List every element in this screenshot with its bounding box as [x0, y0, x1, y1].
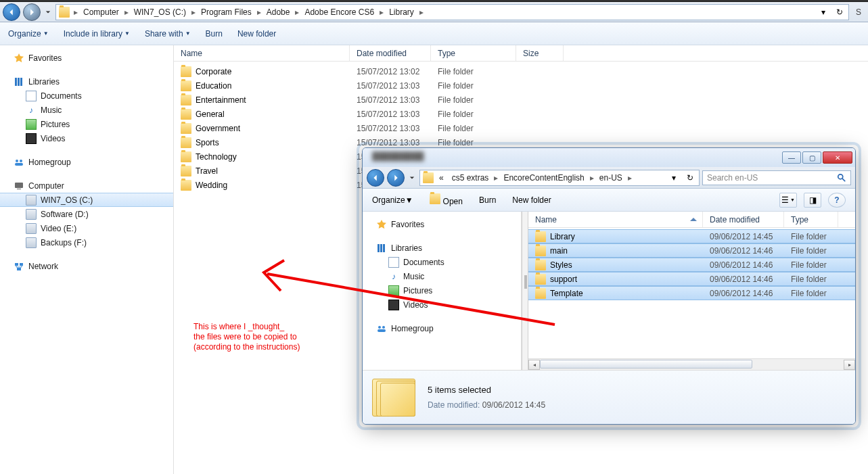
file-row[interactable]: Education15/07/2012 13:03File folder — [174, 78, 868, 93]
include-in-library-button[interactable]: Include in library▼ — [64, 29, 130, 39]
breadcrumb-seg[interactable]: Library — [385, 5, 418, 20]
file-name: Entertainment — [196, 95, 246, 105]
column-size[interactable]: Size — [516, 45, 564, 61]
file-row[interactable]: General15/07/2012 13:03File folder — [174, 107, 868, 121]
refresh-button[interactable]: ↻ — [832, 5, 847, 19]
file-row[interactable]: Template09/06/2012 14:46File folder — [528, 286, 855, 300]
breadcrumb-seg[interactable]: Computer — [79, 5, 123, 20]
scroll-left-button[interactable]: ◂ — [528, 360, 540, 370]
breadcrumb-seg[interactable]: EncoreContentEnglish — [499, 170, 588, 185]
file-list[interactable]: Library09/06/2012 14:45File foldermain09… — [528, 228, 855, 358]
nav-drive-c[interactable]: WIN7_OS (C:) — [0, 193, 173, 207]
file-type: File folder — [784, 232, 838, 241]
nav-music[interactable]: ♪Music — [0, 103, 173, 117]
nav-music[interactable]: ♪Music — [363, 269, 521, 283]
breadcrumb-dropdown[interactable]: ▾ — [816, 5, 831, 19]
file-row[interactable]: Library09/06/2012 14:45File folder — [528, 229, 855, 243]
history-dropdown[interactable] — [43, 3, 53, 21]
view-options-button[interactable]: ☰▼ — [779, 193, 797, 208]
help-button[interactable]: ? — [828, 193, 846, 208]
libraries-icon — [14, 76, 24, 87]
title-bar[interactable]: █████████ — ▢ ✕ — [363, 148, 855, 167]
chevron-icon[interactable]: ▸ — [72, 7, 79, 17]
file-type: File folder — [431, 138, 516, 147]
file-row[interactable]: Corporate15/07/2012 13:02File folder — [174, 64, 868, 78]
nav-pictures[interactable]: Pictures — [0, 117, 173, 131]
file-row[interactable]: Entertainment15/07/2012 13:03File folder — [174, 93, 868, 107]
breadcrumb-seg[interactable]: cs5 extras — [448, 170, 493, 185]
breadcrumb[interactable]: ▸ Computer▸ WIN7_OS (C:)▸ Program Files▸… — [55, 4, 849, 20]
search-box[interactable]: Search en-US — [702, 170, 851, 185]
scroll-right-button[interactable]: ▸ — [844, 360, 855, 370]
nav-computer[interactable]: Computer — [0, 179, 173, 193]
nav-drive-d[interactable]: Software (D:) — [0, 207, 173, 221]
column-name[interactable]: Name — [174, 45, 350, 61]
nav-pictures[interactable]: Pictures — [363, 283, 521, 298]
navigation-pane[interactable]: Favorites Libraries Documents ♪Music Pic… — [363, 212, 522, 370]
nav-libraries[interactable]: Libraries — [363, 241, 521, 255]
file-row[interactable]: support09/06/2012 14:46File folder — [528, 272, 855, 286]
preview-pane-button[interactable]: ◨ — [804, 193, 821, 208]
nav-drive-f[interactable]: Backups (F:) — [0, 235, 173, 250]
svg-rect-0 — [15, 78, 17, 86]
forward-button[interactable] — [387, 169, 405, 187]
breadcrumb-seg[interactable]: Program Files — [197, 5, 256, 20]
breadcrumb-dropdown[interactable]: ▾ — [666, 171, 681, 185]
svg-point-16 — [378, 326, 381, 329]
breadcrumb-overflow[interactable]: « — [435, 170, 448, 185]
file-row[interactable]: main09/06/2012 14:46File folder — [528, 243, 855, 258]
nav-libraries[interactable]: Libraries — [0, 74, 173, 89]
star-icon — [376, 219, 387, 230]
breadcrumb-seg[interactable]: Adobe Encore CS6 — [300, 5, 378, 20]
nav-videos[interactable]: Videos — [0, 131, 173, 145]
nav-homegroup[interactable]: Homegroup — [0, 155, 173, 169]
burn-button[interactable]: Burn — [479, 195, 496, 205]
maximize-button[interactable]: ▢ — [802, 151, 821, 164]
breadcrumb-seg[interactable]: WIN7_OS (C:) — [130, 5, 190, 20]
nav-network[interactable]: Network — [0, 259, 173, 273]
column-date-modified[interactable]: Date modified — [350, 45, 431, 61]
back-button[interactable] — [3, 3, 20, 21]
computer-icon — [14, 181, 24, 191]
explorer-window-foreground[interactable]: █████████ — ▢ ✕ « cs5 extras▸ EncoreCont… — [362, 147, 856, 425]
scroll-thumb[interactable] — [540, 360, 752, 369]
nav-documents[interactable]: Documents — [0, 89, 173, 103]
column-name[interactable]: Name — [528, 212, 703, 227]
nav-homegroup[interactable]: Homegroup — [363, 321, 521, 335]
forward-button[interactable] — [23, 3, 41, 21]
column-type[interactable]: Type — [784, 212, 838, 227]
new-folder-button[interactable]: New folder — [512, 195, 551, 205]
nav-drive-e[interactable]: Video (E:) — [0, 221, 173, 235]
nav-videos[interactable]: Videos — [363, 298, 521, 312]
file-row[interactable]: Styles09/06/2012 14:46File folder — [528, 258, 855, 272]
burn-button[interactable]: Burn — [206, 29, 223, 39]
file-name: Template — [550, 289, 583, 298]
share-with-button[interactable]: Share with▼ — [145, 29, 191, 39]
close-button[interactable]: ✕ — [823, 151, 852, 164]
column-type[interactable]: Type — [431, 45, 516, 61]
file-date: 15/07/2012 13:03 — [350, 95, 431, 105]
refresh-button[interactable]: ↻ — [683, 171, 698, 185]
minimize-button[interactable]: — — [782, 151, 801, 164]
nav-documents[interactable]: Documents — [363, 255, 521, 269]
breadcrumb-seg[interactable]: en-US — [595, 170, 626, 185]
svg-rect-9 — [20, 263, 23, 266]
navigation-pane[interactable]: Favorites Libraries Documents ♪Music Pic… — [0, 45, 174, 474]
open-button[interactable]: Open — [430, 193, 463, 206]
organize-button[interactable]: Organize▼ — [372, 195, 413, 205]
nav-favorites[interactable]: Favorites — [0, 51, 173, 65]
scroll-track[interactable] — [540, 360, 844, 370]
svg-rect-10 — [17, 268, 21, 270]
horizontal-scrollbar[interactable]: ◂ ▸ — [528, 358, 855, 370]
file-date: 09/06/2012 14:46 — [703, 260, 784, 270]
new-folder-button[interactable]: New folder — [237, 29, 276, 39]
history-dropdown[interactable] — [407, 169, 417, 187]
file-row[interactable]: Government15/07/2012 13:03File folder — [174, 121, 868, 135]
column-date-modified[interactable]: Date modified — [703, 212, 784, 227]
pane-resizer[interactable] — [522, 212, 528, 370]
organize-button[interactable]: Organize▼ — [8, 29, 49, 39]
nav-favorites[interactable]: Favorites — [363, 217, 521, 231]
back-button[interactable] — [367, 169, 384, 187]
breadcrumb-seg[interactable]: Adobe — [262, 5, 294, 20]
breadcrumb[interactable]: « cs5 extras▸ EncoreContentEnglish▸ en-U… — [419, 170, 700, 186]
